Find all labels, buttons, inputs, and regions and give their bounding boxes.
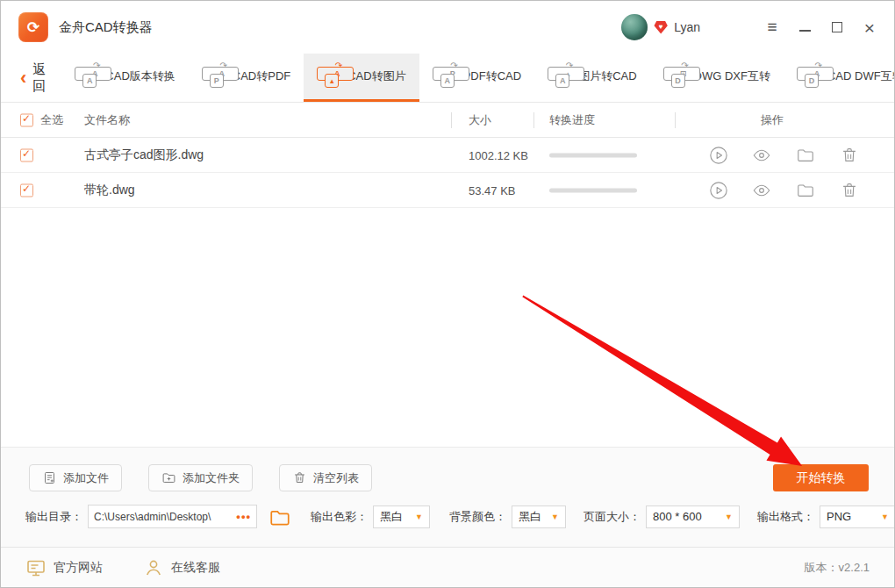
- tab-cad-to-image[interactable]: A▴ CAD转图片: [304, 54, 419, 102]
- column-divider: [451, 112, 452, 128]
- doc-convert-icon: AA: [75, 65, 98, 88]
- output-color-select[interactable]: 黑白: [373, 506, 430, 528]
- clear-list-button[interactable]: 清空列表: [279, 464, 372, 491]
- chevron-left-icon: [20, 68, 26, 88]
- trash-icon: [292, 470, 307, 485]
- minimize-icon[interactable]: [798, 20, 812, 34]
- column-file-name: 文件名称: [84, 112, 130, 128]
- doc-convert-icon: AD: [797, 65, 820, 88]
- official-site-link[interactable]: 官方网站: [25, 557, 103, 578]
- browse-button[interactable]: •••: [236, 510, 251, 523]
- footer: 官方网站 在线客服 版本：v2.2.1: [1, 547, 894, 587]
- tab-cad-to-pdf[interactable]: AP CAD转PDF: [189, 54, 304, 102]
- play-icon[interactable]: [709, 146, 728, 165]
- app-logo-icon: [18, 12, 48, 42]
- bottom-panel: 添加文件 添加文件夹 清空列表 开始转换 输出目录： ••• 输出色彩： 黑白: [1, 447, 894, 547]
- output-dir-label: 输出目录：: [25, 509, 82, 525]
- row-checkbox[interactable]: [20, 183, 33, 197]
- table-header: 全选 文件名称 大小 转换进度 操作: [1, 103, 894, 138]
- select-all-checkbox[interactable]: [20, 113, 33, 126]
- file-plus-icon: [42, 470, 57, 485]
- output-format-label: 输出格式：: [757, 509, 814, 525]
- column-actions: 操作: [675, 112, 870, 128]
- tab-cad-dwf-convert[interactable]: AD CAD DWF互转: [784, 54, 895, 102]
- file-size: 53.47 KB: [469, 183, 516, 197]
- back-label: 返回: [32, 61, 46, 95]
- column-progress: 转换进度: [549, 112, 595, 128]
- file-name: 古式亭子cad图形.dwg: [84, 147, 204, 163]
- file-size: 1002.12 KB: [469, 148, 528, 161]
- tab-image-to-cad[interactable]: ▴A 图片转CAD: [534, 54, 649, 102]
- table-row[interactable]: 古式亭子cad图形.dwg 1002.12 KB: [1, 138, 894, 173]
- start-convert-button[interactable]: 开始转换: [773, 464, 869, 491]
- doc-convert-icon: ⊞D: [663, 65, 687, 88]
- progress-bar: [549, 188, 637, 192]
- progress-bar: [549, 153, 637, 157]
- output-dir-box: •••: [88, 505, 257, 528]
- maximize-icon[interactable]: [830, 20, 844, 34]
- file-list: 全选 文件名称 大小 转换进度 操作 古式亭子cad图形.dwg 1002.12…: [1, 103, 894, 447]
- delete-trash-icon[interactable]: [840, 181, 859, 200]
- bg-color-select[interactable]: 黑白: [512, 506, 566, 528]
- open-folder-icon[interactable]: [796, 146, 815, 165]
- vip-badge-icon: [654, 21, 668, 34]
- titlebar: 金舟CAD转换器 Lyan: [1, 1, 894, 54]
- select-all-label: 全选: [40, 112, 63, 128]
- file-name: 带轮.dwg: [84, 183, 135, 198]
- column-divider: [533, 112, 534, 128]
- output-format-select[interactable]: PNG: [820, 506, 895, 528]
- doc-convert-icon: ▴A: [548, 65, 571, 88]
- user-account[interactable]: Lyan: [621, 14, 700, 40]
- tab-dwg-dxf-convert[interactable]: ⊞D DWG DXF互转: [650, 54, 784, 102]
- page-size-select[interactable]: 800 * 600: [646, 506, 740, 528]
- monitor-icon: [25, 557, 47, 578]
- output-settings: 输出目录： ••• 输出色彩： 黑白 背景颜色： 黑白 页面大小： 800 * …: [25, 505, 895, 528]
- play-icon[interactable]: [709, 181, 728, 200]
- column-size: 大小: [469, 112, 491, 128]
- person-icon: [143, 557, 164, 578]
- user-avatar[interactable]: [621, 14, 648, 40]
- delete-trash-icon[interactable]: [840, 146, 859, 165]
- add-file-button[interactable]: 添加文件: [29, 464, 122, 491]
- version-text: 版本：v2.2.1: [805, 560, 870, 576]
- preview-eye-icon[interactable]: [752, 146, 771, 165]
- back-button[interactable]: 返回: [1, 54, 61, 102]
- tab-cad-version-convert[interactable]: AA CAD版本转换: [61, 54, 188, 102]
- preview-eye-icon[interactable]: [752, 181, 771, 200]
- table-row[interactable]: 带轮.dwg 53.47 KB: [1, 173, 894, 208]
- username: Lyan: [674, 20, 700, 34]
- column-divider: [675, 112, 676, 128]
- add-folder-button[interactable]: 添加文件夹: [148, 464, 253, 491]
- bg-color-label: 背景颜色：: [449, 509, 506, 525]
- toolbar: 添加文件 添加文件夹 清空列表: [29, 464, 398, 491]
- app-window: 金舟CAD转换器 Lyan 返回 AA CAD版本转换 AP CAD转PDF A…: [0, 0, 895, 588]
- output-dir-input[interactable]: [94, 511, 233, 523]
- app-title: 金舟CAD转换器: [59, 19, 153, 36]
- close-icon[interactable]: [863, 20, 877, 34]
- tab-bar: 返回 AA CAD版本转换 AP CAD转PDF A▴ CAD转图片 PA PD…: [1, 54, 894, 103]
- page-size-label: 页面大小：: [584, 509, 641, 525]
- doc-convert-icon: PA: [433, 65, 456, 88]
- output-color-label: 输出色彩：: [311, 509, 368, 525]
- open-folder-icon[interactable]: [796, 181, 815, 200]
- doc-convert-icon: A▴: [317, 65, 340, 88]
- window-controls: [765, 20, 877, 34]
- online-support-link[interactable]: 在线客服: [143, 557, 220, 578]
- folder-plus-icon: [161, 470, 176, 485]
- menu-icon[interactable]: [765, 20, 779, 34]
- row-checkbox[interactable]: [20, 148, 33, 161]
- open-output-folder-icon[interactable]: [268, 506, 291, 527]
- doc-convert-icon: AP: [202, 65, 226, 88]
- tab-pdf-to-cad[interactable]: PA PDF转CAD: [419, 54, 534, 102]
